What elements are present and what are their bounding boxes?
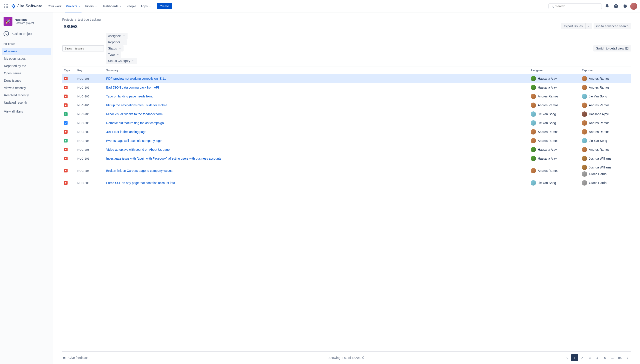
reporter[interactable]: Joshua Williams (582, 165, 629, 170)
filter-resolved-recently[interactable]: Resolved recently (2, 92, 51, 99)
search-issues[interactable] (62, 45, 104, 52)
issue-row[interactable]: NUC-206 Events page still uses old compa… (62, 136, 631, 145)
issue-summary[interactable]: PDF preview not working correctly on IE … (104, 74, 529, 83)
reporter[interactable]: Andres Ramos (582, 129, 629, 134)
reporter[interactable]: Grace Harris (582, 171, 629, 177)
issue-key[interactable]: NUC-206 (76, 74, 104, 83)
issue-summary[interactable]: Remove old feature flag for last campaig… (104, 118, 529, 128)
nav-item-apps[interactable]: Apps (139, 0, 153, 12)
col-summary[interactable]: Summary (104, 67, 529, 74)
global-search-input[interactable] (555, 4, 600, 8)
col-assignee[interactable]: Assignee (529, 67, 580, 74)
issue-row[interactable]: NUC-206 404 Error in the landing page An… (62, 128, 631, 136)
assignee[interactable]: Andres Ramos (531, 138, 578, 144)
issue-key[interactable]: NUC-206 (76, 83, 104, 92)
issue-key[interactable]: NUC-206 (76, 154, 104, 163)
filter-all-issues[interactable]: All issues (2, 48, 51, 55)
switch-view-button[interactable]: Switch to detail view (593, 45, 631, 52)
issue-row[interactable]: NUC-206 Investigate issue with "Login wi… (62, 154, 631, 163)
issue-row[interactable]: NUC-206 FIx up the navigations menu slid… (62, 101, 631, 110)
page-next[interactable] (624, 354, 631, 361)
issue-key[interactable]: NUC-206 (76, 136, 104, 145)
issue-summary[interactable]: Typo on landing page needs fixing (104, 92, 529, 101)
help-icon[interactable]: ? (612, 3, 619, 10)
issue-row[interactable]: NUC-206 Force SSL on any page that conta… (62, 178, 631, 187)
issue-key[interactable]: NUC-206 (76, 178, 104, 187)
issue-key[interactable]: NUC-206 (76, 128, 104, 136)
issue-summary[interactable]: 404 Error in the landing page (104, 128, 529, 136)
issue-key[interactable]: NUC-206 (76, 101, 104, 110)
reporter[interactable]: Andres Ramos (582, 120, 629, 126)
assignee[interactable]: Hassana Ajayi (531, 147, 578, 152)
reporter[interactable]: Jie Yan Song (582, 94, 629, 99)
issue-key[interactable]: NUC-206 (76, 110, 104, 118)
give-feedback[interactable]: Give feedback (62, 356, 88, 360)
assignee[interactable]: Hassana Ajayi (531, 85, 578, 90)
nav-item-dashboards[interactable]: Dashboards (100, 0, 124, 12)
issue-key[interactable]: NUC-206 (76, 145, 104, 154)
issue-summary[interactable]: Minor visual tweaks to the feedback form (104, 110, 529, 118)
filter-viewed-recently[interactable]: Viewed recently (2, 84, 51, 92)
assignee[interactable]: Andres Ramos (531, 168, 578, 173)
create-button[interactable]: Create (157, 3, 172, 9)
issue-summary[interactable]: Events page still uses old company logo (104, 136, 529, 145)
reporter[interactable]: Andres Ramos (582, 147, 629, 152)
issue-summary[interactable]: Video autoplays with sound on About Us p… (104, 145, 529, 154)
filter-dropdown-type[interactable]: Type (106, 52, 121, 58)
advanced-search-button[interactable]: Go to advanced search (593, 23, 631, 29)
issue-row[interactable]: NUC-206 Remove old feature flag for last… (62, 118, 631, 128)
issue-key[interactable]: NUC-206 (76, 163, 104, 178)
page-54[interactable]: 54 (616, 354, 623, 361)
page-prev[interactable] (564, 354, 571, 361)
refresh-icon[interactable] (362, 356, 365, 359)
export-issues-button[interactable]: Export Issues (561, 23, 585, 29)
view-all-filters[interactable]: View all filters (2, 108, 51, 115)
nav-item-your-work[interactable]: Your work (46, 0, 63, 12)
assignee[interactable]: Andres Ramos (531, 94, 578, 99)
notifications-icon[interactable] (603, 3, 611, 10)
filter-dropdown-assignee[interactable]: Assignee (106, 33, 128, 39)
issue-row[interactable]: NUC-206 Minor visual tweaks to the feedb… (62, 110, 631, 118)
page-4[interactable]: 4 (594, 354, 601, 361)
search-issues-input[interactable] (64, 46, 103, 50)
reporter[interactable]: Jie Yan Song (582, 138, 629, 144)
assignee[interactable]: Jie Yan Song (531, 180, 578, 186)
filter-dropdown-status-category[interactable]: Status Category (106, 58, 137, 64)
issue-row[interactable]: NUC-206 Bad JSON data coming back from A… (62, 83, 631, 92)
col-type[interactable]: Type (62, 67, 76, 74)
filter-dropdown-status[interactable]: Status (106, 45, 124, 52)
jira-logo[interactable]: Jira Software (11, 4, 43, 9)
filter-updated-recently[interactable]: Updated recently (2, 99, 51, 106)
reporter[interactable]: Hassana Ajayi (582, 112, 629, 117)
back-to-project[interactable]: Back to project (2, 29, 51, 38)
export-issues-dropdown[interactable] (585, 23, 592, 29)
breadcrumb-projects[interactable]: Projects (62, 18, 74, 21)
filter-my-open-issues[interactable]: My open issues (2, 55, 51, 62)
assignee[interactable]: Hassana Ajayi (531, 156, 578, 161)
page-1[interactable]: 1 (571, 354, 578, 361)
reporter[interactable]: Joshua Williams (582, 156, 629, 161)
filter-dropdown-reporter[interactable]: Reporter (106, 39, 127, 45)
reporter[interactable]: Andres Ramos (582, 76, 629, 81)
issue-summary[interactable]: Bad JSON data coming back from API (104, 83, 529, 92)
issue-row[interactable]: NUC-206 Broken link on Careers page to c… (62, 163, 631, 178)
page-5[interactable]: 5 (601, 354, 608, 361)
global-search[interactable] (548, 3, 602, 9)
issue-summary[interactable]: Investigate issue with "Login with Faceb… (104, 154, 529, 163)
col-reporter[interactable]: Reporter (580, 67, 631, 74)
assignee[interactable]: Jie Yan Song (531, 120, 578, 126)
app-switcher-icon[interactable] (3, 3, 10, 10)
issue-summary[interactable]: Broken link on Careers page to company v… (104, 163, 529, 178)
page-3[interactable]: 3 (586, 354, 593, 361)
reporter[interactable]: Andres Ramos (582, 85, 629, 90)
project-header[interactable]: 🚀 Nucleus Software project (2, 17, 51, 29)
nav-item-people[interactable]: People (125, 0, 138, 12)
nav-item-filters[interactable]: Filters (83, 0, 99, 12)
issue-summary[interactable]: FIx up the navigations menu slide for mo… (104, 101, 529, 110)
filter-open-issues[interactable]: Open issues (2, 70, 51, 77)
issues-table-wrap[interactable]: TypeKeySummaryAssigneeReporter NUC-206 P… (62, 66, 631, 351)
col-key[interactable]: Key (76, 67, 104, 74)
filter-reported-by-me[interactable]: Reported by me (2, 62, 51, 70)
assignee[interactable]: Jie Yan Song (531, 112, 578, 117)
settings-icon[interactable] (621, 3, 628, 10)
